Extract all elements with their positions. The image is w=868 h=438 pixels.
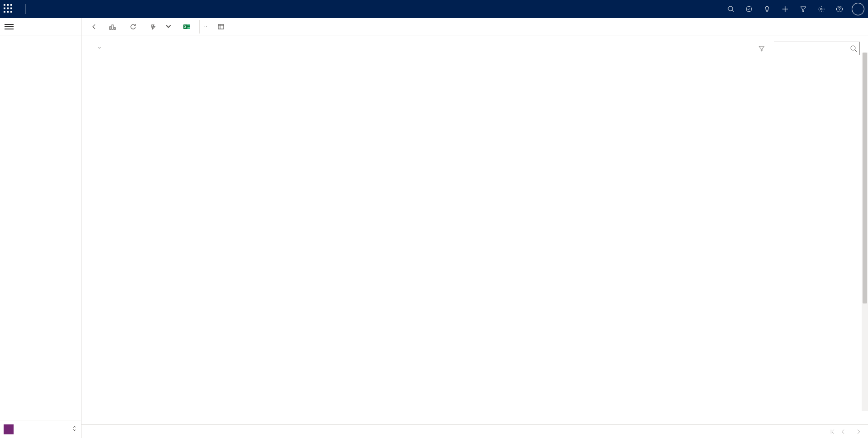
svg-rect-18 [114,28,115,29]
export-excel-button[interactable] [178,20,197,34]
command-bar [82,18,868,35]
svg-point-26 [851,46,855,50]
alpha-filter-bar [82,411,868,424]
flow-button[interactable] [146,20,177,34]
add-icon[interactable] [777,1,793,17]
topbar [0,0,868,18]
sidebar [0,35,81,420]
svg-rect-16 [110,27,111,29]
first-page-icon[interactable] [829,428,835,435]
svg-rect-4 [7,7,9,9]
svg-point-14 [820,8,822,10]
app-launcher-icon[interactable] [4,4,13,14]
chevron-updown-icon [72,425,77,433]
next-page-icon[interactable] [855,428,862,435]
svg-rect-2 [10,4,12,6]
svg-rect-23 [218,24,224,29]
view-picker-chevron-icon[interactable] [97,45,101,52]
svg-rect-22 [187,28,190,29]
svg-rect-6 [4,11,5,13]
back-button[interactable] [86,20,102,34]
prev-page-icon[interactable] [840,428,846,435]
svg-rect-21 [187,26,190,27]
avatar[interactable] [852,3,864,15]
svg-rect-1 [7,4,9,6]
svg-point-11 [746,6,752,12]
refresh-button[interactable] [125,20,144,34]
svg-line-27 [855,50,857,52]
left-panel [0,18,82,438]
bulb-icon[interactable] [759,1,775,17]
export-excel-split[interactable] [199,20,211,34]
pager [829,428,862,435]
main-area [82,18,868,438]
task-icon[interactable] [741,1,757,17]
svg-rect-7 [7,11,9,13]
gear-icon[interactable] [814,1,829,17]
search-icon[interactable] [850,45,857,52]
create-view-button[interactable] [213,20,232,34]
hamburger-icon[interactable] [5,22,14,31]
search-icon[interactable] [723,1,739,17]
svg-rect-20 [187,24,190,26]
grid-filter-button[interactable] [755,42,768,55]
area-badge [4,424,14,434]
grid-footer [82,424,868,438]
svg-rect-0 [4,4,5,6]
grid-scrollbar[interactable] [862,53,868,411]
filter-icon[interactable] [796,1,811,17]
svg-rect-3 [4,7,5,9]
svg-rect-17 [112,25,113,29]
svg-point-9 [728,6,733,11]
area-switcher[interactable] [0,420,81,438]
search-box [774,42,860,55]
svg-rect-5 [10,7,12,9]
view-header [82,35,868,60]
svg-line-10 [732,10,734,12]
divider [25,4,26,14]
help-icon[interactable] [832,1,847,17]
show-chart-button[interactable] [104,20,123,34]
search-input[interactable] [774,42,860,55]
svg-rect-8 [10,11,12,13]
